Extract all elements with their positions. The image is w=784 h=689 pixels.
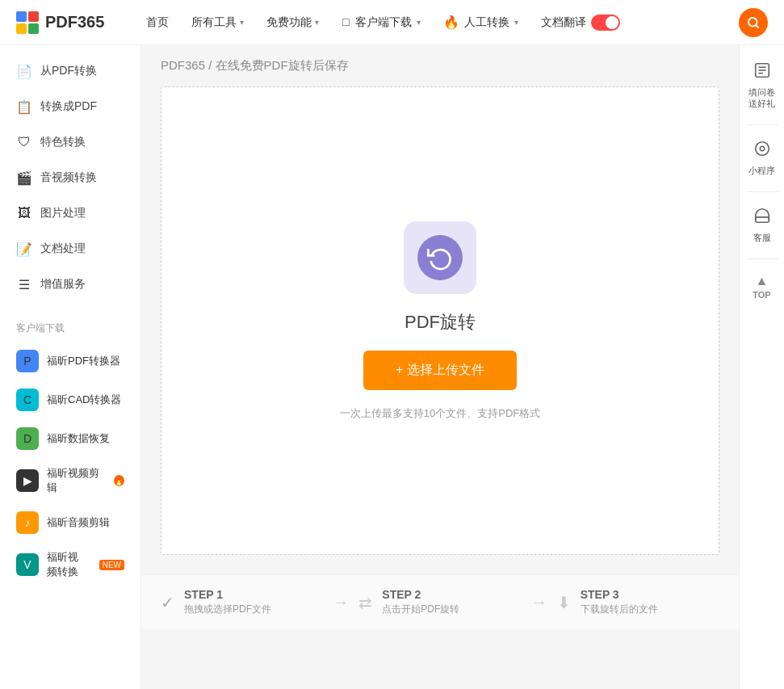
app-icon-pdf: P [16, 350, 39, 372]
top-label: TOP [753, 290, 770, 300]
translate-toggle[interactable] [591, 15, 620, 31]
step-3: ⬇ STEP 3 下载旋转后的文件 [557, 588, 719, 616]
nav-manual[interactable]: 🔥 人工转换 ▾ [434, 10, 528, 35]
step3-desc: 下载旋转后的文件 [581, 603, 658, 616]
miniapp-label: 小程序 [748, 165, 775, 177]
nav-translate[interactable]: 文档翻译 [531, 10, 630, 36]
step2-check-icon: ⇄ [358, 593, 372, 612]
divider3 [746, 258, 778, 259]
divider [746, 124, 778, 125]
svg-point-6 [755, 141, 769, 155]
miniapp-button[interactable]: 小程序 [740, 132, 784, 185]
steps-bar: ✓ STEP 1 拖拽或选择PDF文件 → ⇄ STEP 2 点击开始PDF旋转… [141, 574, 739, 629]
logo-grid [16, 11, 39, 34]
hot-badge: 🔥 [114, 475, 124, 486]
pdf-icon-wrapper [404, 221, 476, 294]
header: PDF365 首页 所有工具 ▾ 免费功能 ▾ ☐ 客户端下载 ▾ 🔥 人工转换… [0, 0, 784, 45]
breadcrumb: PDF365 / 在线免费PDF旋转后保存 [141, 45, 739, 86]
svg-point-0 [748, 18, 757, 27]
to-pdf-icon: 📋 [16, 99, 32, 115]
app-video-convert[interactable]: V 福昕视频转换 NEW [0, 542, 140, 587]
doc-icon: 📝 [16, 241, 32, 257]
survey-label: 填问卷送好礼 [748, 86, 775, 110]
svg-point-7 [760, 146, 765, 151]
logo[interactable]: PDF365 [16, 11, 104, 34]
chevron-down-icon: ▾ [315, 18, 319, 27]
pdf-rotate-icon [417, 235, 463, 280]
chevron-down-icon: ▾ [240, 18, 244, 27]
app-icon-audio: ♪ [16, 511, 39, 534]
survey-icon [753, 61, 771, 83]
logo-text: PDF365 [45, 13, 104, 32]
step-arrow-2: → [531, 593, 547, 611]
right-panel: 填问卷送好礼 小程序 客服 ▲ TOP [739, 45, 784, 689]
app-pdf-converter[interactable]: P 福昕PDF转换器 [0, 342, 140, 380]
app-icon-vconvert: V [16, 553, 39, 576]
page-layout: 📄 从PDF转换 📋 转换成PDF 🛡 特色转换 🎬 音视频转换 🖼 图片处理 … [0, 45, 784, 689]
vip-icon: ☰ [16, 276, 32, 292]
service-icon [753, 207, 771, 229]
service-button[interactable]: 客服 [740, 199, 784, 252]
new-badge: NEW [99, 560, 124, 570]
sidebar-item-vip[interactable]: ☰ 增值服务 [0, 267, 140, 302]
step1-check-icon: ✓ [161, 593, 174, 612]
upload-hint: 一次上传最多支持10个文件、支持PDF格式 [340, 406, 540, 421]
step1-desc: 拖拽或选择PDF文件 [184, 603, 271, 616]
step2-desc: 点击开始PDF旋转 [382, 603, 459, 616]
sidebar-item-av[interactable]: 🎬 音视频转换 [0, 160, 140, 195]
nav-free[interactable]: 免费功能 ▾ [257, 11, 329, 35]
step3-check-icon: ⬇ [557, 593, 571, 612]
app-icon-cad: C [16, 389, 39, 411]
sidebar-item-from-pdf[interactable]: 📄 从PDF转换 [0, 53, 140, 89]
av-icon: 🎬 [16, 170, 32, 186]
nav-download[interactable]: ☐ 客户端下载 ▾ [332, 11, 430, 35]
app-audio-edit[interactable]: ♪ 福昕音频剪辑 [0, 503, 140, 542]
sidebar-item-special[interactable]: 🛡 特色转换 [0, 124, 140, 160]
service-label: 客服 [753, 232, 771, 244]
app-cad-converter[interactable]: C 福昕CAD转换器 [0, 380, 140, 419]
step-arrow-1: → [333, 593, 349, 611]
nav-all-tools[interactable]: 所有工具 ▾ [182, 11, 254, 35]
step-1: ✓ STEP 1 拖拽或选择PDF文件 [161, 588, 323, 616]
search-button[interactable] [739, 8, 768, 37]
apps-section-title: 客户端下载 [0, 315, 140, 342]
sidebar: 📄 从PDF转换 📋 转换成PDF 🛡 特色转换 🎬 音视频转换 🖼 图片处理 … [0, 45, 141, 689]
svg-line-1 [756, 25, 758, 27]
sidebar-item-to-pdf[interactable]: 📋 转换成PDF [0, 89, 140, 124]
app-icon-video: ▶ [16, 469, 39, 492]
flame-icon: 🔥 [443, 15, 459, 30]
top-button[interactable]: ▲ TOP [749, 266, 774, 308]
app-video-edit[interactable]: ▶ 福昕视频剪辑 🔥 [0, 458, 140, 503]
special-icon: 🛡 [16, 134, 32, 150]
app-icon-data: D [16, 427, 39, 450]
divider2 [746, 191, 778, 192]
step1-title: STEP 1 [184, 588, 271, 601]
apps-section: 客户端下载 P 福昕PDF转换器 C 福昕CAD转换器 D 福昕数据恢复 ▶ 福… [0, 315, 140, 587]
step-2: ⇄ STEP 2 点击开始PDF旋转 [358, 588, 521, 616]
image-icon: 🖼 [16, 205, 32, 221]
upload-button[interactable]: + 选择上传文件 [363, 351, 517, 390]
chevron-down-icon: ▾ [514, 18, 518, 27]
step2-title: STEP 2 [382, 588, 459, 601]
survey-button[interactable]: 填问卷送好礼 [740, 53, 784, 118]
app-data-recovery[interactable]: D 福昕数据恢复 [0, 419, 140, 458]
chevron-down-icon: ▾ [417, 18, 421, 27]
upload-area[interactable]: PDF旋转 + 选择上传文件 一次上传最多支持10个文件、支持PDF格式 [161, 86, 719, 555]
miniapp-icon [753, 140, 771, 162]
main-content: PDF365 / 在线免费PDF旋转后保存 PDF旋转 + 选择上传文件 一次上… [141, 45, 739, 689]
step3-title: STEP 3 [581, 588, 658, 601]
from-pdf-icon: 📄 [16, 63, 32, 79]
nav-menu: 首页 所有工具 ▾ 免费功能 ▾ ☐ 客户端下载 ▾ 🔥 人工转换 ▾ 文档翻译 [136, 10, 716, 36]
sidebar-item-image[interactable]: 🖼 图片处理 [0, 195, 140, 231]
top-arrow-icon: ▲ [756, 274, 769, 288]
nav-home[interactable]: 首页 [136, 11, 178, 35]
pdf-title: PDF旋转 [405, 310, 476, 334]
sidebar-item-doc[interactable]: 📝 文档处理 [0, 231, 140, 267]
